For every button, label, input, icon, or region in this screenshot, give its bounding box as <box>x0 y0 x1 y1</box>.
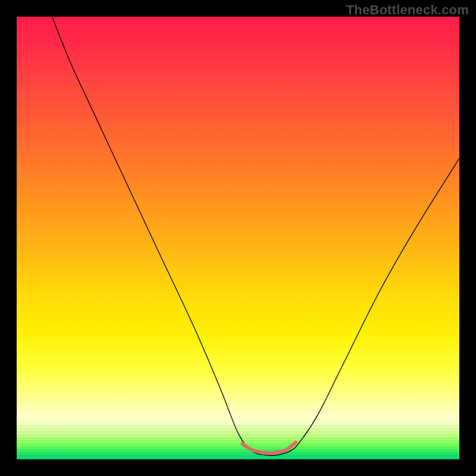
curve-layer <box>17 17 459 459</box>
watermark-text: TheBottleneck.com <box>346 2 469 18</box>
optimal-band <box>242 443 295 453</box>
plot-area <box>17 17 459 459</box>
bottleneck-curve <box>52 17 459 456</box>
chart-frame: TheBottleneck.com <box>0 0 476 476</box>
